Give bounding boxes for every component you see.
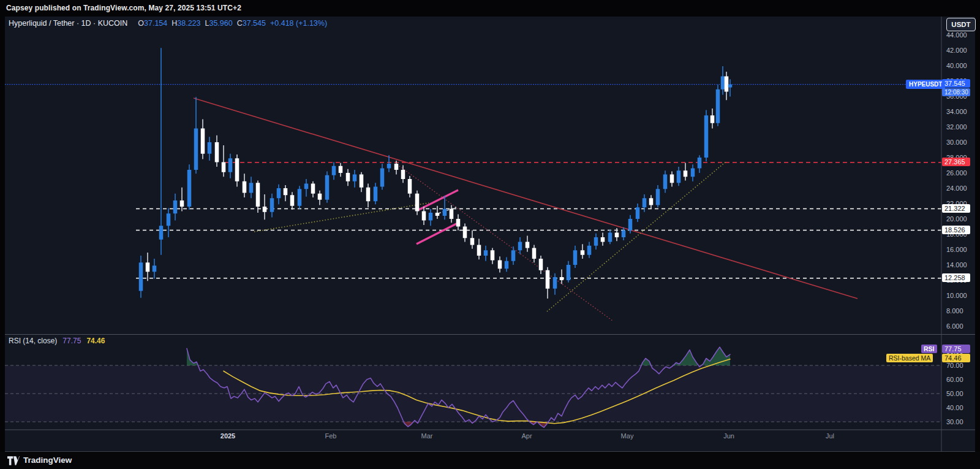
time-axis-label: Jun — [723, 432, 734, 440]
high-value: 38.223 — [177, 19, 200, 28]
rsi-axis-label: 70.00 — [946, 362, 963, 369]
chart-widget[interactable] — [5, 17, 975, 452]
symbol-price-flag: HYPEUSDT — [906, 80, 945, 89]
price-axis-label: 42.000 — [946, 47, 967, 54]
tradingview-wordmark[interactable]: TradingView — [23, 456, 72, 465]
low-value: 35.960 — [209, 19, 232, 28]
price-axis-label: 8.000 — [946, 307, 963, 315]
footer-bar: TradingView — [0, 452, 980, 469]
price-axis-label: 16.000 — [946, 246, 967, 253]
high-label: H — [172, 19, 177, 28]
price-level-label: 18.526 — [942, 226, 970, 234]
rsi-legend-title: RSI (14, close) — [9, 337, 57, 345]
close-label: C — [237, 19, 243, 28]
currency-toggle-button[interactable]: USDT — [946, 18, 976, 31]
time-axis-label: Apr — [521, 432, 532, 440]
rsi-flag: RSI — [921, 345, 937, 353]
open-value: 37.154 — [144, 19, 167, 28]
price-axis-label: 44.000 — [946, 31, 967, 39]
symbol-legend: Hyperliquid / Tether · 1D · KUCOINO37.15… — [9, 19, 327, 28]
time-axis-label: Feb — [325, 432, 337, 440]
price-level-label: 27.365 — [942, 158, 970, 166]
price-axis-label: 32.000 — [946, 123, 967, 131]
time-axis-label: May — [621, 432, 634, 440]
open-label: O — [138, 19, 144, 28]
rsi-value-label: 77.75 — [942, 345, 970, 353]
price-axis-label: 24.000 — [946, 185, 967, 192]
time-axis-label: Jul — [826, 432, 834, 440]
time-axis-label: 2025 — [221, 432, 235, 440]
rsi-axis-label: 50.00 — [946, 390, 963, 397]
price-axis-label: 26.000 — [946, 169, 967, 177]
published-chart-page: Capsey published on TradingView.com, May… — [0, 0, 980, 469]
rsi-legend: RSI (14, close)77.7574.46 — [9, 337, 105, 345]
price-level-label: 12.258 — [942, 273, 970, 282]
time-axis-label: Mar — [421, 432, 433, 440]
price-axis-label: 34.000 — [946, 108, 967, 115]
rsi-ma-flag: RSI-based MA — [886, 354, 933, 362]
change-value: +0.418 (+1.13%) — [270, 19, 327, 28]
rsi-axis-label: 60.00 — [946, 376, 963, 383]
publish-info-text: Capsey published on TradingView.com, May… — [6, 4, 241, 12]
rsi-legend-value: 77.75 — [62, 337, 81, 345]
price-axis-label: 10.000 — [946, 292, 967, 299]
rsi-axis-label: 40.00 — [946, 404, 963, 411]
rsi-axis-label: 30.00 — [946, 418, 963, 425]
price-axis-label: 30.000 — [946, 139, 967, 146]
rsi-ma-value-label: 74.46 — [942, 354, 970, 362]
last-price-label: 37.545 — [942, 79, 970, 88]
rsi-ma-legend-value: 74.46 — [86, 337, 105, 345]
price-axis-label: 6.000 — [946, 322, 963, 330]
symbol-title: Hyperliquid / Tether · 1D · KUCOIN — [9, 19, 127, 28]
tradingview-logo-icon[interactable] — [7, 456, 20, 465]
price-axis-label: 14.000 — [946, 261, 967, 269]
price-axis-label: 40.000 — [946, 62, 967, 69]
publish-info-bar: Capsey published on TradingView.com, May… — [0, 0, 980, 17]
price-axis-label: 20.000 — [946, 215, 967, 223]
price-level-label: 21.322 — [942, 204, 970, 213]
bar-countdown-label: 12:08:30 — [942, 88, 970, 96]
close-value: 37.545 — [243, 19, 266, 28]
